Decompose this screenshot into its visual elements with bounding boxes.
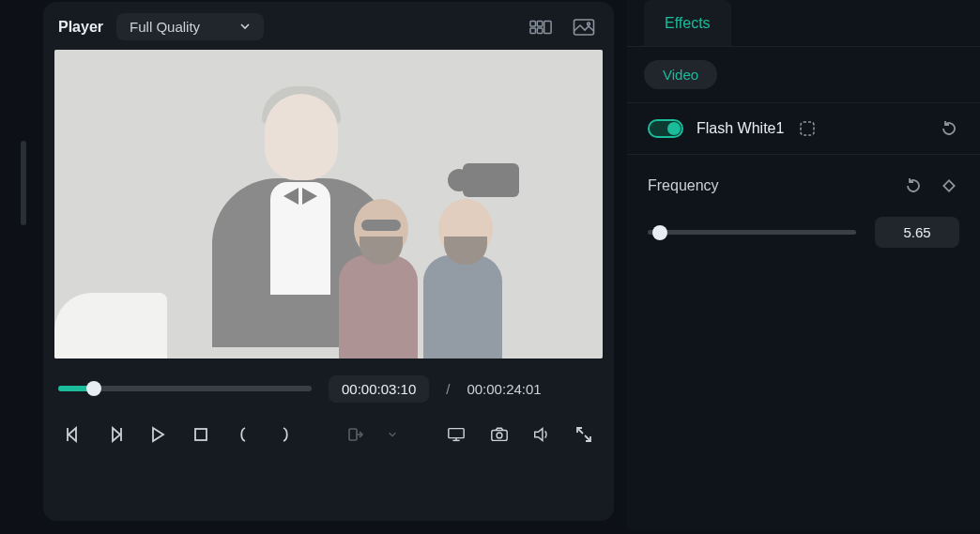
image-icon[interactable]	[569, 14, 599, 40]
svg-rect-9	[195, 429, 207, 440]
svg-rect-11	[449, 428, 464, 437]
svg-rect-5	[574, 20, 594, 35]
svg-rect-10	[349, 429, 357, 440]
marker-menu-button[interactable]	[345, 423, 367, 446]
volume-button[interactable]	[530, 423, 552, 446]
player-header: Player Full Quality	[54, 11, 603, 50]
svg-rect-0	[530, 21, 536, 26]
time-total: 00:00:24:01	[467, 381, 541, 397]
param-frequency: Frequency 5.65	[627, 155, 980, 268]
layout-grid-icon[interactable]	[526, 14, 556, 40]
prev-frame-button[interactable]	[62, 423, 84, 446]
svg-rect-4	[544, 21, 551, 33]
effects-panel: Effects Video Flash White1 Frequency	[627, 0, 980, 530]
param-frequency-value[interactable]: 5.65	[875, 217, 959, 248]
time-current[interactable]: 00:00:03:10	[329, 375, 429, 403]
player-title: Player	[58, 19, 103, 36]
time-separator: /	[446, 381, 450, 397]
left-gutter	[0, 0, 36, 534]
quality-label: Full Quality	[130, 19, 200, 35]
subtab-video[interactable]: Video	[644, 60, 717, 89]
svg-rect-14	[801, 122, 814, 135]
crop-icon[interactable]	[797, 118, 818, 139]
video-preview[interactable]	[54, 50, 603, 359]
display-button[interactable]	[446, 423, 467, 446]
snapshot-button[interactable]	[488, 423, 510, 446]
next-frame-button[interactable]	[104, 423, 126, 446]
effects-tab-row: Effects	[627, 0, 980, 47]
marker-in-button[interactable]	[232, 423, 253, 446]
player-panel: Player Full Quality	[43, 2, 614, 521]
param-frequency-slider[interactable]	[648, 230, 856, 235]
param-reset-icon[interactable]	[903, 175, 924, 196]
param-frequency-label: Frequency	[648, 177, 719, 194]
quality-dropdown[interactable]: Full Quality	[116, 13, 264, 40]
svg-rect-12	[492, 430, 507, 440]
svg-rect-3	[537, 27, 543, 33]
effect-enable-toggle[interactable]	[648, 119, 683, 138]
effects-subtab-row: Video	[627, 47, 980, 103]
effect-reset-icon[interactable]	[939, 118, 959, 139]
marker-out-button[interactable]	[275, 423, 297, 446]
marker-menu-chevron-icon[interactable]	[388, 423, 397, 446]
vertical-scrollbar[interactable]	[21, 141, 26, 225]
chevron-down-icon	[239, 19, 251, 35]
effect-name: Flash White1	[697, 120, 784, 137]
effect-header: Flash White1	[627, 103, 980, 155]
play-button[interactable]	[147, 423, 169, 446]
svg-point-13	[497, 433, 502, 438]
tab-effects[interactable]: Effects	[644, 0, 731, 46]
svg-rect-1	[530, 27, 536, 33]
playhead-slider[interactable]	[58, 386, 312, 391]
svg-rect-2	[537, 21, 543, 26]
svg-rect-15	[943, 180, 954, 191]
stop-button[interactable]	[190, 423, 211, 446]
keyframe-icon[interactable]	[939, 175, 959, 196]
svg-point-6	[588, 23, 590, 25]
fullscreen-button[interactable]	[574, 423, 595, 446]
